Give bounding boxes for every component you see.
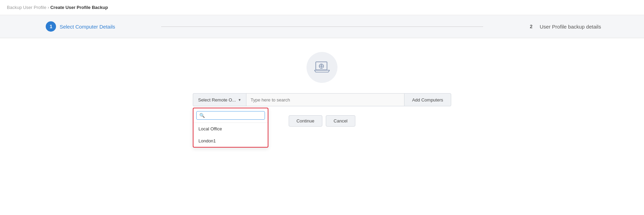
select-remote-button[interactable]: Select Remote O... ▼ (193, 93, 246, 106)
breadcrumb: Backup User Profile › Create User Profil… (0, 0, 644, 15)
dropdown-search-wrapper: 🔍 (193, 108, 268, 123)
chevron-down-icon: ▼ (238, 98, 241, 102)
search-icon: 🔍 (199, 113, 205, 118)
step-1-label: Select Computer Details (59, 24, 115, 30)
laptop-icon-wrapper (307, 52, 337, 83)
step-1: 1 Select Computer Details (0, 21, 161, 32)
step-2-number: 2 (526, 21, 536, 32)
laptop-add-icon (314, 61, 330, 74)
step-divider (161, 26, 483, 27)
dropdown-search-box: 🔍 (196, 111, 265, 120)
main-content: Select Remote O... ▼ Add Computers 🔍 Loc… (0, 38, 644, 127)
controls-row: Select Remote O... ▼ Add Computers 🔍 Loc… (193, 93, 451, 106)
steps-bar: 1 Select Computer Details 2 User Profile… (0, 15, 644, 38)
action-buttons: Continue Cancel (289, 115, 356, 127)
continue-button[interactable]: Continue (289, 115, 322, 127)
select-remote-label: Select Remote O... (198, 97, 236, 103)
step-2: 2 User Profile backup details (483, 21, 644, 32)
add-computers-button[interactable]: Add Computers (404, 93, 451, 106)
step-1-number: 1 (46, 21, 56, 32)
breadcrumb-current: Create User Profile Backup (50, 5, 108, 10)
step-2-label: User Profile backup details (540, 24, 601, 30)
dropdown-popup: 🔍 Local Office London1 (193, 108, 268, 148)
search-input[interactable] (246, 93, 404, 106)
cancel-button[interactable]: Cancel (326, 115, 355, 127)
breadcrumb-parent: Backup User Profile (7, 5, 46, 10)
dropdown-search-input[interactable] (207, 113, 262, 118)
dropdown-item-local-office[interactable]: Local Office (193, 123, 268, 135)
dropdown-item-london1[interactable]: London1 (193, 135, 268, 147)
